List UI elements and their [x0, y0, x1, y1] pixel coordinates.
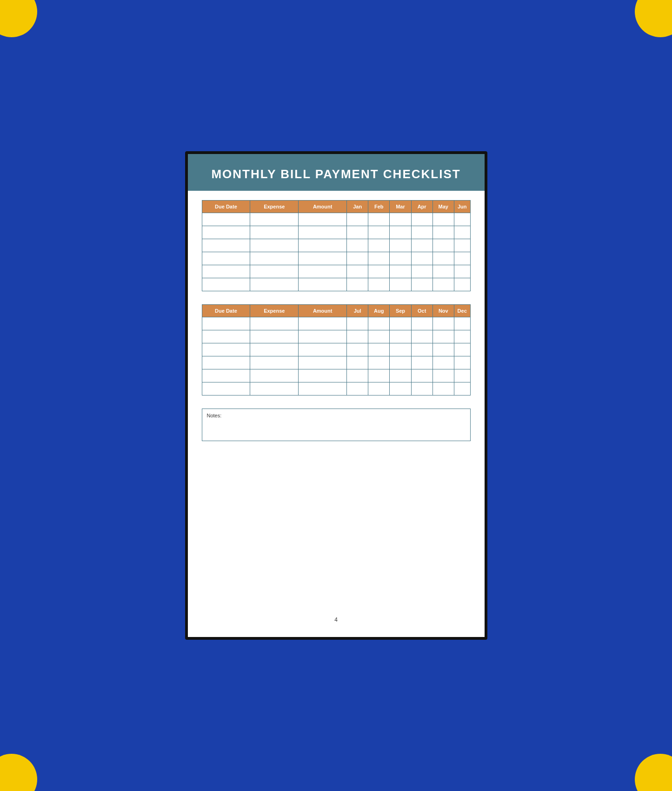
col-header-due-date-2: Due Date	[202, 305, 250, 317]
col-header-jul: Jul	[347, 305, 368, 317]
col-header-feb: Feb	[368, 201, 390, 213]
table-jul-dec: Due Date Expense Amount Jul Aug Sep Oct …	[202, 304, 471, 396]
page: MONTHLY BILL PAYMENT CHECKLIST Due Date …	[188, 154, 485, 637]
table-jan-jun: Due Date Expense Amount Jan Feb Mar Apr …	[202, 200, 471, 291]
table-row	[202, 213, 470, 226]
table-row	[202, 239, 470, 252]
col-header-jun: Jun	[454, 201, 470, 213]
col-header-apr: Apr	[411, 201, 432, 213]
table-row	[202, 330, 470, 343]
table-row	[202, 226, 470, 239]
col-header-expense-1: Expense	[250, 201, 299, 213]
col-header-oct: Oct	[411, 305, 432, 317]
col-header-may: May	[432, 201, 454, 213]
page-wrapper: MONTHLY BILL PAYMENT CHECKLIST Due Date …	[185, 151, 487, 640]
notes-label: Notes:	[207, 413, 466, 418]
table-row	[202, 265, 470, 278]
table-row	[202, 278, 470, 291]
col-header-expense-2: Expense	[250, 305, 299, 317]
table-row	[202, 252, 470, 265]
col-header-aug: Aug	[368, 305, 390, 317]
col-header-sep: Sep	[390, 305, 411, 317]
col-header-due-date-1: Due Date	[202, 201, 250, 213]
col-header-dec: Dec	[454, 305, 470, 317]
table-row	[202, 356, 470, 369]
col-header-amount-2: Amount	[299, 305, 347, 317]
col-header-jan: Jan	[347, 201, 368, 213]
page-content: Due Date Expense Amount Jan Feb Mar Apr …	[188, 191, 485, 637]
spacer	[202, 454, 471, 596]
table-row	[202, 382, 470, 396]
page-number: 4	[202, 609, 471, 628]
col-header-mar: Mar	[390, 201, 411, 213]
table-row	[202, 317, 470, 330]
table-row	[202, 343, 470, 356]
corner-bottom-left	[0, 754, 37, 791]
col-header-amount-1: Amount	[299, 201, 347, 213]
corner-bottom-right	[635, 754, 672, 791]
table-row	[202, 369, 470, 382]
page-title: MONTHLY BILL PAYMENT CHECKLIST	[197, 167, 475, 181]
notes-box: Notes:	[202, 409, 471, 441]
page-header: MONTHLY BILL PAYMENT CHECKLIST	[188, 154, 485, 191]
corner-top-left	[0, 0, 37, 37]
corner-top-right	[635, 0, 672, 37]
col-header-nov: Nov	[432, 305, 454, 317]
